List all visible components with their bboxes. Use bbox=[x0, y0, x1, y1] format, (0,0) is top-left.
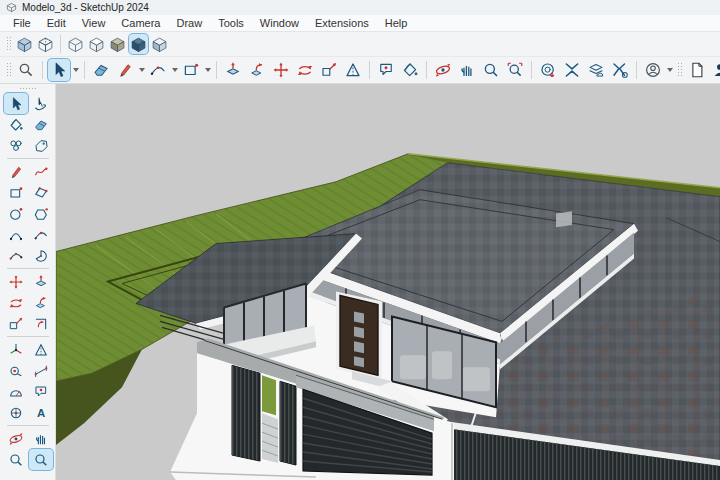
trimble-connect-button[interactable] bbox=[585, 59, 607, 81]
toolbar-separator bbox=[60, 35, 61, 53]
lts-zoom-button[interactable] bbox=[4, 449, 28, 470]
menu-item-window[interactable]: Window bbox=[253, 16, 306, 30]
style-xray-button[interactable] bbox=[15, 34, 34, 54]
rectangle-dropdown-caret[interactable] bbox=[205, 68, 211, 72]
zoom-extents-button[interactable] bbox=[504, 59, 526, 81]
lts-tag-button[interactable] bbox=[29, 135, 53, 156]
lts-polygon-button[interactable] bbox=[29, 203, 53, 224]
style-shaded-button[interactable] bbox=[108, 34, 127, 54]
arc-dropdown-caret[interactable] bbox=[172, 68, 178, 72]
lts-position-camera-button[interactable] bbox=[4, 402, 28, 423]
lts-pan-button[interactable] bbox=[29, 428, 53, 449]
orbit-icon bbox=[434, 61, 452, 79]
style-back-edges-button[interactable] bbox=[36, 34, 55, 54]
3d-warehouse-icon bbox=[539, 61, 557, 79]
lts-follow-me-button[interactable] bbox=[29, 292, 53, 313]
lts-two-point-arc-button[interactable] bbox=[29, 224, 53, 245]
extension-manager-button[interactable] bbox=[609, 59, 631, 81]
lts-measure-button[interactable] bbox=[4, 360, 28, 381]
eraser-tool-button[interactable] bbox=[90, 59, 112, 81]
eraser-icon bbox=[92, 61, 110, 79]
paint-bucket-button[interactable] bbox=[399, 59, 421, 81]
shaded-textures-cube-icon bbox=[130, 36, 147, 53]
menu-item-help[interactable]: Help bbox=[378, 16, 415, 30]
text-label-icon bbox=[33, 384, 49, 400]
lts-3d-text-button[interactable] bbox=[29, 402, 53, 423]
menu-item-edit[interactable]: Edit bbox=[40, 16, 73, 30]
lts-paint-bucket-button[interactable] bbox=[4, 114, 28, 135]
text-tool-button[interactable] bbox=[375, 59, 397, 81]
toolbar-drag-handle[interactable] bbox=[6, 36, 11, 52]
lts-circle-button[interactable] bbox=[4, 203, 28, 224]
style-wireframe-button[interactable] bbox=[66, 34, 85, 54]
account-dropdown-caret[interactable] bbox=[667, 68, 673, 72]
lts-axes-button[interactable] bbox=[4, 339, 28, 360]
toolbar-drag-handle[interactable] bbox=[19, 87, 37, 91]
rectangle-tool-button[interactable] bbox=[180, 59, 202, 81]
lts-tape-measure-button[interactable] bbox=[29, 339, 53, 360]
arc-tool-button[interactable] bbox=[147, 59, 169, 81]
lts-rotated-rectangle-button[interactable] bbox=[29, 182, 53, 203]
3d-text-icon bbox=[33, 405, 49, 421]
add-person-button[interactable] bbox=[710, 59, 720, 81]
rotate-tool-button[interactable] bbox=[294, 59, 316, 81]
menu-item-view[interactable]: View bbox=[75, 16, 113, 30]
new-document-button[interactable] bbox=[686, 59, 708, 81]
scale-icon bbox=[320, 61, 338, 79]
push-pull-icon bbox=[224, 61, 242, 79]
lts-line-button[interactable] bbox=[4, 161, 28, 182]
zoom-tool-button[interactable] bbox=[480, 59, 502, 81]
lts-dimension-button[interactable] bbox=[29, 360, 53, 381]
extension-warehouse-button[interactable] bbox=[561, 59, 583, 81]
account-button[interactable] bbox=[642, 59, 664, 81]
make-component-icon bbox=[8, 138, 24, 154]
circle-icon bbox=[8, 206, 24, 222]
viewport-3d-canvas[interactable] bbox=[56, 84, 720, 480]
lts-text-button[interactable] bbox=[29, 381, 53, 402]
offset-tool-button[interactable] bbox=[246, 59, 268, 81]
lts-scale-button[interactable] bbox=[4, 313, 28, 334]
lts-pie-button[interactable] bbox=[29, 245, 53, 266]
menu-item-tools[interactable]: Tools bbox=[211, 16, 251, 30]
scale-tool-button[interactable] bbox=[318, 59, 340, 81]
menu-item-camera[interactable]: Camera bbox=[114, 16, 167, 30]
lts-three-point-arc-button[interactable] bbox=[4, 245, 28, 266]
lts-push-pull-button[interactable] bbox=[29, 271, 53, 292]
orbit-tool-button[interactable] bbox=[432, 59, 454, 81]
lts-select-button[interactable] bbox=[4, 93, 28, 114]
lts-lasso-select-button[interactable] bbox=[29, 93, 53, 114]
lts-make-component-button[interactable] bbox=[4, 135, 28, 156]
trimble-connect-icon bbox=[587, 61, 605, 79]
dimension-icon bbox=[33, 363, 49, 379]
menu-item-extensions[interactable]: Extensions bbox=[308, 16, 376, 30]
style-shaded-with-textures-button[interactable] bbox=[129, 34, 148, 54]
toolbar-drag-handle[interactable] bbox=[677, 62, 682, 78]
lts-protractor-button[interactable] bbox=[4, 381, 28, 402]
tape-measure-tool-button[interactable] bbox=[342, 59, 364, 81]
line-tool-button[interactable] bbox=[114, 59, 136, 81]
select-tool-button[interactable] bbox=[48, 59, 70, 81]
lts-arc-button[interactable] bbox=[4, 224, 28, 245]
lts-rectangle-button[interactable] bbox=[4, 182, 28, 203]
lts-move-button[interactable] bbox=[4, 271, 28, 292]
push-pull-tool-button[interactable] bbox=[222, 59, 244, 81]
toolbar-separator bbox=[7, 158, 49, 159]
menu-item-draw[interactable]: Draw bbox=[169, 16, 209, 30]
search-button[interactable] bbox=[15, 59, 37, 81]
lts-zoom-window-button[interactable] bbox=[29, 449, 53, 470]
lts-freehand-button[interactable] bbox=[29, 161, 53, 182]
select-dropdown-caret[interactable] bbox=[73, 68, 79, 72]
lts-rotate-button[interactable] bbox=[4, 292, 28, 313]
pan-tool-button[interactable] bbox=[456, 59, 478, 81]
toolbar-drag-handle[interactable] bbox=[6, 62, 11, 78]
lts-orbit-button[interactable] bbox=[4, 428, 28, 449]
lts-eraser-button[interactable] bbox=[29, 114, 53, 135]
3d-warehouse-button[interactable] bbox=[537, 59, 559, 81]
style-hidden-line-button[interactable] bbox=[87, 34, 106, 54]
style-monochrome-button[interactable] bbox=[150, 34, 169, 54]
viewport-3d-scene bbox=[56, 84, 720, 480]
menu-item-file[interactable]: File bbox=[6, 16, 38, 30]
move-tool-button[interactable] bbox=[270, 59, 292, 81]
line-dropdown-caret[interactable] bbox=[139, 68, 145, 72]
lts-offset-button[interactable] bbox=[29, 313, 53, 334]
